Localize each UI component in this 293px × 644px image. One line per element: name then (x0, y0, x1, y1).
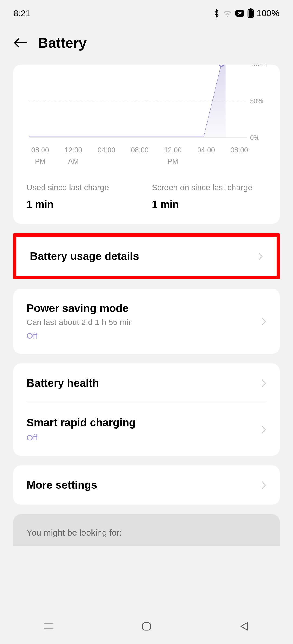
highlighted-item: Battery usage details (13, 233, 280, 279)
more-settings-item[interactable]: More settings (13, 465, 280, 505)
chart-endpoint-marker (219, 65, 224, 67)
battery-icon (247, 8, 254, 18)
x-tick: 04:00 (195, 144, 217, 167)
svg-rect-3 (249, 10, 253, 17)
item-title: More settings (27, 479, 97, 491)
status-bar: 8:21 100% (0, 0, 293, 24)
svg-rect-8 (143, 623, 150, 630)
chevron-right-icon (261, 425, 266, 434)
item-status: Off (27, 331, 133, 340)
status-right: 100% (213, 8, 279, 18)
used-since-value: 1 min (27, 199, 141, 210)
y-tick-0: 0% (250, 134, 266, 141)
x-tick: 08:00 (129, 144, 151, 167)
y-tick-100: 100% (250, 65, 266, 68)
indicator-icon (235, 9, 245, 17)
screen-on-value: 1 min (152, 199, 266, 210)
chevron-right-icon (261, 317, 266, 326)
battery-percent: 100% (257, 8, 279, 18)
x-tick: 12:00PM (162, 144, 184, 167)
recent-apps-button[interactable] (43, 620, 55, 632)
usage-stats: Used since last charge 1 min Screen on s… (27, 182, 266, 210)
x-tick: 12:00AM (62, 144, 84, 167)
chart-x-axis: 08:00PM 12:00AM 04:00 08:00 12:00PM 04:0… (29, 144, 250, 167)
navigation-bar (0, 609, 293, 644)
suggestion-card: You might be looking for: (13, 514, 280, 546)
item-title: Smart rapid charging (27, 417, 136, 429)
chart-card: 100% 50% 0% 08:00PM 12:00AM 04:00 (13, 65, 280, 224)
x-tick: 04:00 (96, 144, 117, 167)
used-since-label: Used since last charge (27, 182, 141, 193)
x-tick: 08:00 (228, 144, 250, 167)
bluetooth-icon (213, 9, 220, 18)
header: Battery (0, 24, 293, 65)
svg-point-5 (219, 65, 223, 66)
item-title: Battery usage details (30, 250, 139, 262)
chevron-right-icon (261, 379, 266, 388)
home-button[interactable] (141, 620, 152, 632)
item-status: Off (27, 433, 136, 442)
item-title: Battery health (27, 377, 99, 389)
item-subtitle: Can last about 2 d 1 h 55 min (27, 318, 133, 327)
back-icon[interactable] (14, 37, 27, 48)
x-tick: 08:00PM (29, 144, 51, 167)
power-saving-mode-item[interactable]: Power saving mode Can last about 2 d 1 h… (13, 289, 280, 354)
smart-rapid-charging-item[interactable]: Smart rapid charging Off (13, 403, 280, 456)
battery-chart: 100% 50% 0% (29, 65, 247, 138)
page-title: Battery (38, 35, 87, 51)
chevron-right-icon (258, 252, 263, 261)
chevron-right-icon (261, 481, 266, 490)
battery-usage-details-item[interactable]: Battery usage details (16, 237, 277, 276)
wifi-icon (222, 9, 232, 17)
y-tick-50: 50% (250, 97, 266, 105)
back-button[interactable] (238, 620, 250, 632)
screen-on-label: Screen on since last charge (152, 182, 266, 193)
suggestion-title: You might be looking for: (27, 528, 122, 537)
battery-health-item[interactable]: Battery health (13, 363, 280, 403)
item-title: Power saving mode (27, 302, 133, 314)
status-time: 8:21 (14, 8, 30, 18)
